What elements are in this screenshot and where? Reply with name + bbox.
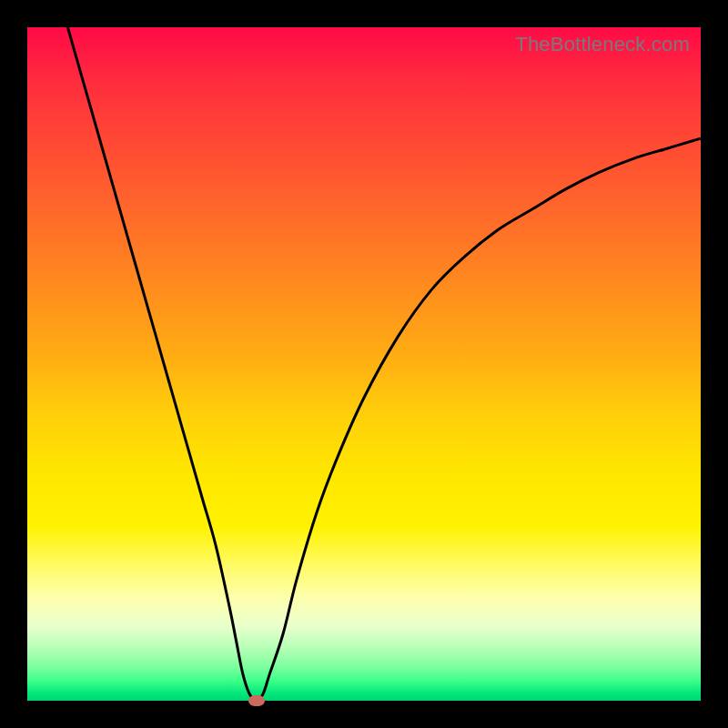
curve-path bbox=[67, 27, 701, 701]
bottleneck-curve bbox=[27, 27, 701, 701]
minimum-marker bbox=[248, 695, 265, 706]
chart-frame: TheBottleneck.com bbox=[0, 0, 728, 728]
plot-area: TheBottleneck.com bbox=[27, 27, 701, 701]
